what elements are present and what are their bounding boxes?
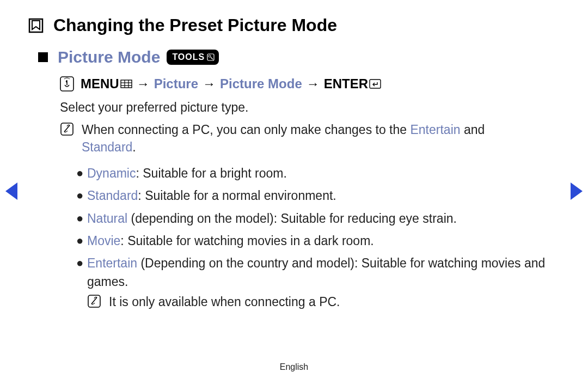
note-icon	[60, 122, 74, 156]
bullet-dot-icon: ●	[76, 210, 87, 228]
touch-osd-icon	[60, 76, 74, 92]
note-text-mid: and	[461, 123, 485, 137]
mode-desc-natural: : Suitable for reducing eye strain.	[274, 211, 457, 225]
sub-note-text: It is only available when connecting a P…	[109, 293, 340, 313]
arrow-sep-1: →	[137, 76, 150, 92]
bullet-dot-icon: ●	[76, 164, 87, 182]
mode-name-entertain: Entertain	[87, 256, 137, 270]
bullet-dot-icon: ●	[76, 232, 87, 250]
square-bullet-icon	[38, 52, 48, 62]
svg-rect-4	[121, 80, 132, 88]
bookmark-icon	[28, 18, 44, 33]
tools-icon	[207, 53, 215, 61]
enter-icon	[369, 79, 381, 89]
note-text-pre: When connecting a PC, you can only make …	[82, 123, 410, 137]
mode-desc-dynamic: : Suitable for a bright room.	[136, 166, 286, 180]
mode-desc-movie: : Suitable for watching movies in a dark…	[120, 234, 373, 248]
page-title: Changing the Preset Picture Mode	[53, 15, 337, 35]
mode-paren-natural: (depending on the model)	[127, 211, 274, 225]
note-highlight-entertain: Entertain	[410, 123, 460, 137]
list-item: ● Entertain (Depending on the country an…	[76, 254, 555, 313]
next-page-arrow[interactable]	[571, 182, 583, 200]
note-pc-modes: When connecting a PC, you can only make …	[60, 121, 555, 156]
enter-label: ENTER	[324, 76, 368, 92]
mode-desc-standard: : Suitable for a normal environment.	[138, 188, 336, 203]
footer-language: English	[0, 362, 588, 372]
tools-label: TOOLS	[172, 53, 205, 62]
arrow-sep-2: →	[203, 76, 216, 92]
list-item: ● Movie: Suitable for watching movies in…	[76, 232, 555, 250]
svg-point-2	[209, 55, 211, 57]
note-icon	[87, 294, 101, 313]
mode-name-standard: Standard	[87, 188, 138, 203]
path-step-picture: Picture	[154, 76, 198, 92]
arrow-sep-3: →	[307, 76, 320, 92]
bullet-dot-icon: ●	[76, 254, 87, 313]
tools-badge: TOOLS	[167, 50, 219, 65]
list-item: ● Dynamic: Suitable for a bright room.	[76, 164, 555, 182]
menu-grid-icon	[120, 80, 132, 88]
path-step-picture-mode: Picture Mode	[220, 76, 302, 92]
mode-name-movie: Movie	[87, 234, 120, 248]
note-highlight-standard: Standard	[82, 140, 132, 154]
intro-text: Select your preferred picture type.	[60, 100, 248, 115]
menu-label: MENU	[81, 76, 119, 92]
list-item: ● Natural (depending on the model): Suit…	[76, 210, 555, 228]
svg-rect-9	[370, 80, 381, 88]
menu-path: MENU → Picture → Picture Mode → ENTER	[60, 76, 381, 92]
bullet-dot-icon: ●	[76, 187, 87, 205]
note-text-post: .	[132, 140, 136, 154]
mode-paren-entertain: (Depending on the country and model)	[137, 256, 354, 270]
section-subtitle: Picture Mode	[58, 48, 160, 66]
list-item: ● Standard: Suitable for a normal enviro…	[76, 187, 555, 205]
prev-page-arrow[interactable]	[5, 182, 17, 200]
sub-note-entertain: It is only available when connecting a P…	[87, 293, 555, 313]
mode-list: ● Dynamic: Suitable for a bright room. ●…	[76, 164, 555, 318]
mode-name-dynamic: Dynamic	[87, 166, 136, 180]
mode-name-natural: Natural	[87, 211, 127, 225]
